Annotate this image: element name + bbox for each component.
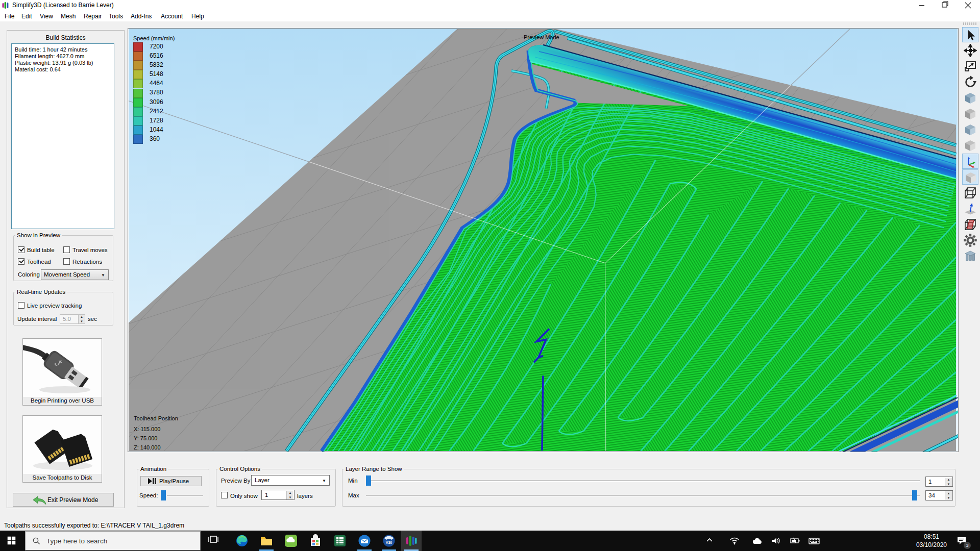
svg-text:V30: V30: [386, 541, 393, 544]
